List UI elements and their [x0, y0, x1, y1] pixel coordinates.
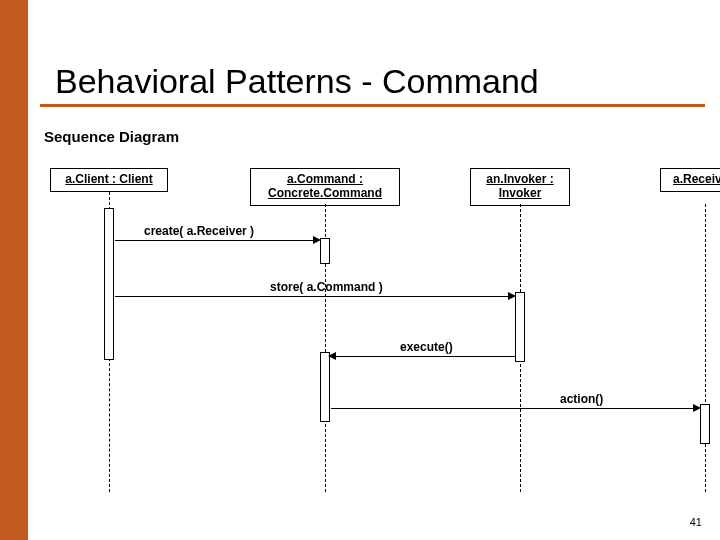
msg-store-head: [508, 292, 516, 300]
page-number: 41: [690, 516, 702, 528]
activation-command-exec: [320, 352, 330, 422]
slide-subtitle: Sequence Diagram: [44, 128, 179, 145]
activation-receiver: [700, 404, 710, 444]
msg-store-label: store( a.Command ): [270, 280, 383, 294]
activation-invoker: [515, 292, 525, 362]
title-underline: [40, 104, 705, 107]
left-accent-stripe: [0, 0, 28, 540]
msg-execute-head: [328, 352, 336, 360]
dash-receiver: [705, 204, 706, 492]
lifeline-receiver: a.Receiver:: [660, 168, 720, 192]
msg-action-arrow: [331, 408, 695, 409]
msg-execute-arrow: [335, 356, 515, 357]
activation-client: [104, 208, 114, 360]
lifeline-command: a.Command : Concrete.Command: [250, 168, 400, 206]
slide-title: Behavioral Patterns - Command: [55, 62, 539, 101]
activation-command-create: [320, 238, 330, 264]
sequence-diagram: a.Client : Client a.Command : Concrete.C…: [40, 160, 720, 500]
lifeline-client: a.Client : Client: [50, 168, 168, 192]
msg-execute-label: execute(): [400, 340, 453, 354]
msg-action-head: [693, 404, 701, 412]
lifeline-invoker: an.Invoker : Invoker: [470, 168, 570, 206]
msg-store-arrow: [115, 296, 510, 297]
msg-create-head: [313, 236, 321, 244]
msg-create-label: create( a.Receiver ): [144, 224, 254, 238]
msg-action-label: action(): [560, 392, 603, 406]
msg-create-arrow: [115, 240, 315, 241]
